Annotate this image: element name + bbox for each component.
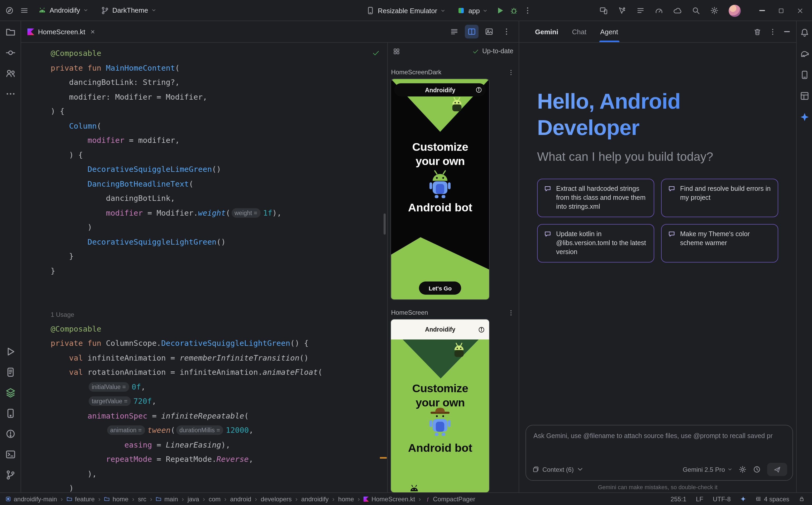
context-selector[interactable]: Context (6) xyxy=(533,466,584,473)
editor-tab-homescreen[interactable]: HomeScreen.kt × xyxy=(21,21,101,42)
code-line[interactable]: ) xyxy=(51,481,387,492)
device-manager-icon[interactable] xyxy=(800,70,809,79)
editor-options-button[interactable] xyxy=(500,25,513,38)
breadcrumb-item[interactable]: HomeScreen.kt xyxy=(363,495,415,503)
code-line[interactable]: DecorativeSquiggleLightGreen() xyxy=(51,235,387,249)
code-line[interactable]: animation =tween(durationMillis =12000, xyxy=(51,423,387,438)
code-line[interactable]: ), xyxy=(51,467,387,481)
pull-requests-icon[interactable] xyxy=(5,68,16,78)
code-line[interactable]: animationSpec = infiniteRepeatable( xyxy=(51,409,387,423)
breadcrumb-item[interactable]: androidify xyxy=(301,495,329,503)
code-line[interactable]: private fun MainHomeContent( xyxy=(51,61,387,75)
breadcrumb-item[interactable]: home xyxy=(338,495,354,503)
code-line[interactable]: dancingBotLink: String?, xyxy=(51,75,387,90)
code-view-button[interactable] xyxy=(447,25,461,38)
file-encoding[interactable]: UTF-8 xyxy=(713,495,731,503)
logcat-list-icon[interactable] xyxy=(636,6,645,15)
breadcrumb-item[interactable]: java xyxy=(188,495,199,503)
device-explorer-icon[interactable] xyxy=(5,408,16,418)
breadcrumb-item[interactable]: com xyxy=(209,495,221,503)
code-line[interactable]: modifier = Modifier.weight(weight =1f), xyxy=(51,206,387,220)
branch-selector[interactable]: DarkTheme xyxy=(98,4,159,17)
project-folder-icon[interactable] xyxy=(5,27,16,37)
send-button[interactable] xyxy=(767,463,787,476)
gemini-history-icon[interactable] xyxy=(753,466,761,473)
preview-options-icon[interactable] xyxy=(507,309,514,316)
run-outline-icon[interactable] xyxy=(5,346,16,357)
user-avatar[interactable] xyxy=(729,4,741,17)
gemini-suggestion-card[interactable]: Find and resolve build errors in my proj… xyxy=(661,179,778,217)
breadcrumb-item[interactable]: main xyxy=(156,495,178,503)
search-icon[interactable] xyxy=(692,6,700,15)
logcat-icon[interactable] xyxy=(5,367,16,377)
version-control-icon[interactable] xyxy=(5,470,16,480)
code-line[interactable]: val rotationAnimation = infiniteAnimatio… xyxy=(51,365,387,380)
breadcrumb-item[interactable]: androidify-main xyxy=(5,495,57,503)
minimize-button[interactable] xyxy=(755,4,769,17)
debug-button[interactable] xyxy=(510,6,518,15)
more-icon[interactable] xyxy=(5,89,16,99)
settings-gear-icon[interactable] xyxy=(710,6,719,15)
run-config-selector[interactable]: app xyxy=(454,4,491,17)
inspections-passed-icon[interactable] xyxy=(372,49,380,57)
main-menu-icon[interactable] xyxy=(20,6,28,14)
close-button[interactable] xyxy=(793,4,807,17)
ai-insights-icon[interactable] xyxy=(618,6,626,15)
breadcrumb-item[interactable]: feature xyxy=(67,495,95,503)
device-streaming-icon[interactable] xyxy=(599,6,608,15)
hide-panel-icon[interactable] xyxy=(784,31,790,32)
gemini-settings-icon[interactable] xyxy=(739,466,746,473)
problems-icon[interactable] xyxy=(5,429,16,439)
readonly-toggle[interactable] xyxy=(799,496,805,502)
maximize-button[interactable] xyxy=(774,4,788,17)
code-line[interactable]: dancingBotLink, xyxy=(51,191,387,206)
code-line[interactable] xyxy=(51,278,387,293)
breadcrumb-item[interactable]: home xyxy=(104,495,128,503)
editor-scrollbar[interactable] xyxy=(384,213,386,234)
build-variants-icon[interactable] xyxy=(5,387,16,398)
gemini-suggestion-card[interactable]: Extract all hardcoded strings from this … xyxy=(537,179,654,217)
code-line[interactable]: easing = LinearEasing), xyxy=(51,438,387,452)
code-line[interactable]: Column( xyxy=(51,119,387,133)
breadcrumb-item[interactable]: src xyxy=(138,495,146,503)
network-icon[interactable] xyxy=(673,6,682,15)
gradle-icon[interactable] xyxy=(800,49,809,58)
split-view-button[interactable] xyxy=(465,25,479,38)
code-line[interactable]: } xyxy=(51,264,387,278)
line-separator[interactable]: LF xyxy=(696,495,703,503)
gemini-prompt-box[interactable]: Context (6) Gemini 2.5 Pro xyxy=(526,425,793,481)
code-line[interactable]: modifier: Modifier = Modifier, xyxy=(51,90,387,105)
close-tab-icon[interactable]: × xyxy=(91,27,95,36)
ai-status[interactable] xyxy=(740,496,746,502)
code-line[interactable]: @Composable xyxy=(51,46,387,61)
terminal-icon[interactable] xyxy=(5,449,16,460)
code-line[interactable]: private fun ColumnScope.DecorativeSquigg… xyxy=(51,336,387,351)
code-line[interactable]: } xyxy=(51,249,387,264)
gemini-prompt-input[interactable] xyxy=(526,426,793,447)
code-line[interactable]: ) { xyxy=(51,148,387,162)
code-line[interactable] xyxy=(51,293,387,307)
model-selector[interactable]: Gemini 2.5 Pro xyxy=(683,466,732,473)
code-line[interactable]: DecorativeSquiggleLimeGreen() xyxy=(51,162,387,177)
breadcrumb-item[interactable]: android xyxy=(230,495,251,503)
profiler-icon[interactable] xyxy=(655,6,663,15)
more-run-options-icon[interactable] xyxy=(524,6,532,15)
code-line[interactable]: targetValue =720f, xyxy=(51,394,387,409)
clear-chat-icon[interactable] xyxy=(753,28,761,36)
code-line[interactable]: ) { xyxy=(51,105,387,119)
gemini-options-icon[interactable] xyxy=(769,28,777,36)
breadcrumb-item[interactable]: fCompactPager xyxy=(425,495,475,503)
project-selector[interactable]: Androidify xyxy=(35,4,91,17)
device-selector[interactable]: Resizable Emulator xyxy=(363,4,448,17)
code-editor[interactable]: @Composableprivate fun MainHomeContent( … xyxy=(21,43,387,492)
code-line[interactable]: @Composable xyxy=(51,322,387,336)
preview-options-icon[interactable] xyxy=(507,69,514,75)
code-line[interactable]: 1 Usage xyxy=(51,307,387,322)
breadcrumb-item[interactable]: developers xyxy=(261,495,292,503)
code-line[interactable]: initialValue =0f, xyxy=(51,380,387,394)
code-line[interactable]: ) xyxy=(51,220,387,235)
code-line[interactable]: val infiniteAnimation = rememberInfinite… xyxy=(51,351,387,365)
preview-homescreen[interactable]: Androidify Customize your own Android bo… xyxy=(391,319,490,492)
caret-position[interactable]: 255:1 xyxy=(671,495,686,503)
indent-style[interactable]: 4 spaces xyxy=(756,495,789,503)
